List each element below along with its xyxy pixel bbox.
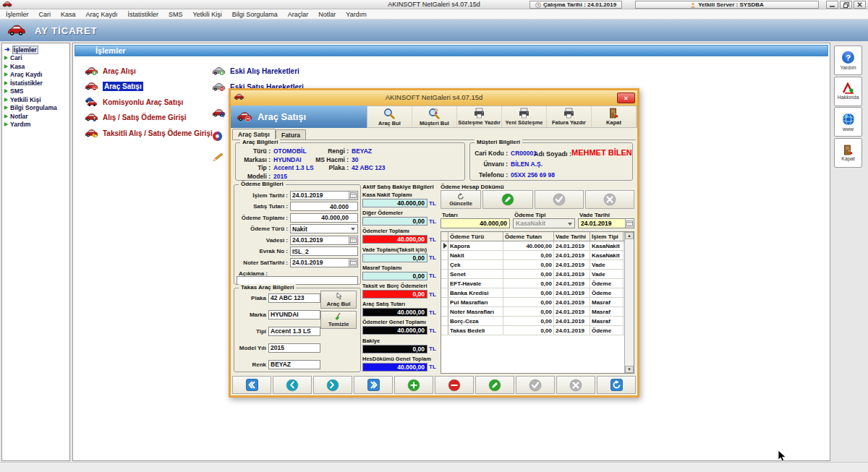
menu-8[interactable]: Araçlar [288,11,309,18]
dialog-close-button[interactable]: × [617,93,635,103]
nav-next-button[interactable] [313,376,352,394]
nav-first-button[interactable] [232,376,271,394]
table-row-4[interactable]: EFT-Havale0,0024.01.2019Ödeme [441,279,624,288]
guncelle-button[interactable]: Güncelle [441,190,481,209]
menu-item-icon-2[interactable] [212,107,226,119]
input-renk[interactable]: BEYAZ [268,360,320,369]
minimize-button[interactable] [826,1,838,9]
sidebar-item-7[interactable]: Bilgi Sorgulama [2,104,69,113]
table-row-2[interactable]: Çek0,0024.01.2019Vade [441,260,624,270]
calendar-button[interactable] [625,219,634,228]
table-row-9[interactable]: Takas Bedeli0,0024.01.2019Ödeme [441,326,624,335]
confirm-payment-button[interactable] [535,190,584,209]
scroll-up-button[interactable]: ▲ [625,232,634,239]
cancel-payment-button[interactable] [585,190,634,209]
menu-item-ara-sat-[interactable]: Araç Satışı [85,81,143,93]
calendar-button[interactable] [349,259,357,267]
menu-7[interactable]: Bilgi Sorgulama [232,11,278,18]
column-header-1[interactable]: Ödeme Tutarı [503,232,554,241]
sidebar-item-3[interactable]: Araç Kaydı [2,71,69,80]
takas-ara-bul-button[interactable]: Araç Bul [320,291,357,309]
rightbar-www-button[interactable]: www [834,107,862,137]
toolbar-fatura-yazd-r-button[interactable]: Fatura Yazdır [547,106,592,127]
menu-1[interactable]: Cari [39,11,51,18]
input--deme-t-r-[interactable]: Nakit [290,224,358,233]
toolbar-m-teri-bul-button[interactable]: Müşteri Bul [412,106,457,127]
restore-button[interactable] [840,1,852,9]
menu-2[interactable]: Kasa [61,11,76,18]
nav-refresh-button[interactable] [597,376,636,394]
input-plaka[interactable]: 42 ABC 123 [268,293,320,303]
sidebar-item-5[interactable]: SMS [2,87,69,96]
table-row-7[interactable]: Noter Masrafları0,0024.01.2019Masraf [441,307,624,317]
nav-remove-button[interactable] [435,376,474,394]
nav-last-button[interactable] [354,376,393,394]
menu-10[interactable]: Yardım [346,11,366,18]
table-row-8[interactable]: Borç-Ceza0,0024.01.2019Masraf [441,317,624,326]
calendar-button[interactable] [349,236,357,244]
nav-edit-button[interactable] [475,376,514,394]
input-sat-tutar-[interactable]: 40.000 [290,202,358,211]
vade-tarihi-input[interactable]: 24.01.2019 [578,218,634,228]
takas-temizle-button[interactable]: Temizle [320,311,357,329]
scroll-down-button[interactable]: ▼ [625,366,634,373]
sidebar-item-2[interactable]: Kasa [2,62,69,71]
column-header-2[interactable]: Vade Tarihi [554,232,590,241]
menu-3[interactable]: Araç Kaydı [86,11,118,18]
menu-9[interactable]: Notlar [318,11,336,18]
nav-add-button[interactable] [394,376,433,394]
column-header-0[interactable]: Ödeme Türü [448,232,503,241]
menu-item-eski-al-hareketleri[interactable]: Eski Alış Hareketleri [212,65,299,77]
chevron-down-icon[interactable] [568,223,572,226]
toolbar-kapat-button[interactable]: Kapat [592,106,637,127]
nav-prev-button[interactable] [273,376,312,394]
menu-item-ara-al-[interactable]: Araç Alışı [85,65,136,77]
input-marka[interactable]: HYUNDAI [268,310,320,319]
sidebar-item-0[interactable]: ➜İşlemler [2,46,69,54]
calendar-button[interactable] [349,192,357,199]
rightbar-kapat-button[interactable]: Kapat [834,138,862,168]
input--deme-toplam-[interactable]: 40.000,00 [290,213,358,223]
toolbar-yeni-s-zle-me-button[interactable]: Yeni Sözleşme [502,106,547,127]
toolbar-s-zle-me-yazd-r-button[interactable]: Sözleşme Yazdır [457,106,502,127]
input-noter-sattarihi-[interactable]: 24.01.2019 [290,258,358,267]
menu-6[interactable]: Yetkili Kişi [193,11,222,18]
sidebar-item-1[interactable]: Cari [2,54,69,63]
odeme-tipi-select[interactable]: KasaNakit [513,218,575,228]
close-button[interactable] [854,1,866,9]
rightbar-yardım-button[interactable]: ?Yardım [834,46,862,75]
menu-item-taksitli-al-sat-deme-giri-i[interactable]: Taksitli Alış / Satış Ödeme Girişi [85,127,213,139]
tab-fatura[interactable]: Fatura [276,129,306,140]
menu-5[interactable]: SMS [169,11,183,18]
sidebar-item-9[interactable]: Yardım [2,121,69,129]
menu-0[interactable]: İşlemler [6,11,29,18]
menu-item-icon-3[interactable] [212,130,223,142]
input-model-y-l-[interactable]: 2015 [268,343,320,353]
menu-item-al-sat-deme-giri-i[interactable]: Alış / Satış Ödeme Girişi [85,112,187,124]
table-row-6[interactable]: Pul Masrafları0,0024.01.2019Masraf [441,298,624,307]
input-i-lem-tarihi-[interactable]: 24.01.2019 [290,191,358,200]
column-header-3[interactable]: İşlem Tipi [590,232,624,241]
nav-cancel-button[interactable] [556,376,595,394]
edit-payment-button[interactable] [482,190,533,209]
input-evrak-no-[interactable]: ISL_2 [290,246,358,256]
input-tipi[interactable]: Accent 1.3 LS [268,327,320,336]
table-row-3[interactable]: Senet0,0024.01.2019Vade [441,270,624,279]
menu-item-icon-4[interactable] [212,152,224,163]
menu-4[interactable]: İstatistikler [128,11,159,18]
tab-ara-sat-[interactable]: Araç Satışı [232,129,276,140]
input-vadesi-[interactable]: 24.01.2019 [290,236,358,245]
table-row-5[interactable]: Banka Kredisi0,0024.01.2019Ödeme [441,288,624,298]
menu-item-komisyonlu-ara-sat-[interactable]: Komisyonlu Araç Satışı [85,96,183,108]
rightbar-hakkında-button[interactable]: Hakkında [834,77,862,106]
table-scrollbar[interactable]: ▲▼ [624,232,634,373]
nav-ok-button[interactable] [516,376,555,394]
table-row-1[interactable]: Nakit0,0024.01.2019KasaNakit [441,251,624,260]
toolbar-ara-bul-button[interactable]: Araç Bul [367,106,412,127]
tutar-input[interactable]: 40.000,00 [441,218,510,228]
chevron-down-icon[interactable] [351,228,355,231]
sidebar-item-6[interactable]: Yetkili Kişi [2,95,69,104]
sidebar-item-8[interactable]: Notlar [2,112,69,121]
table-row-0[interactable]: Kapora40.000,0024.01.2019KasaNakit [441,241,624,251]
sidebar-item-4[interactable]: İstatistikler [2,79,69,87]
